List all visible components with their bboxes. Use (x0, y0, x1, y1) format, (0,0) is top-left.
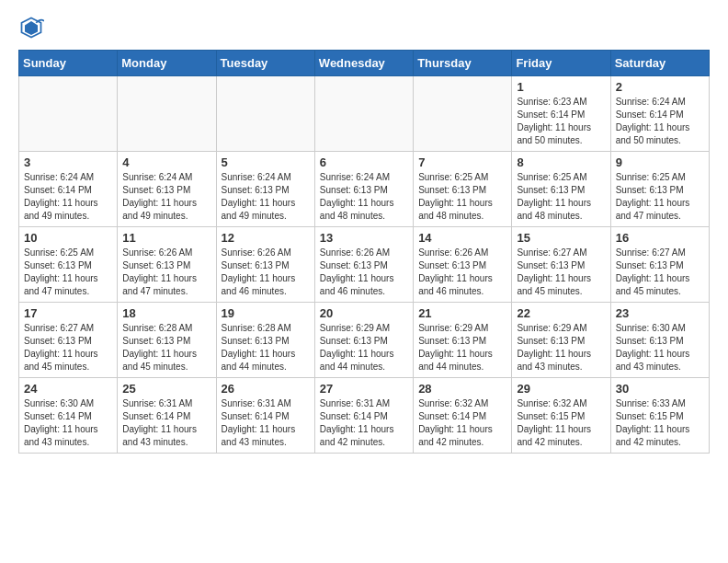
calendar-cell: 7Sunrise: 6:25 AM Sunset: 6:13 PM Daylig… (414, 152, 512, 227)
calendar-cell (414, 76, 512, 152)
day-info: Sunrise: 6:30 AM Sunset: 6:14 PM Dayligh… (24, 397, 112, 449)
day-info: Sunrise: 6:25 AM Sunset: 6:13 PM Dayligh… (517, 171, 605, 223)
day-number: 16 (616, 231, 704, 245)
day-number: 14 (418, 231, 506, 245)
calendar-cell: 29Sunrise: 6:32 AM Sunset: 6:15 PM Dayli… (512, 378, 610, 454)
day-number: 24 (24, 382, 112, 396)
day-info: Sunrise: 6:33 AM Sunset: 6:15 PM Dayligh… (616, 397, 704, 449)
svg-marker-1 (25, 21, 38, 35)
weekday-header: Monday (118, 51, 216, 76)
page: SundayMondayTuesdayWednesdayThursdayFrid… (0, 0, 728, 472)
day-info: Sunrise: 6:28 AM Sunset: 6:13 PM Dayligh… (222, 322, 310, 373)
day-info: Sunrise: 6:31 AM Sunset: 6:14 PM Dayligh… (320, 397, 408, 449)
weekday-header: Saturday (610, 51, 709, 76)
weekday-header: Friday (512, 51, 610, 76)
day-number: 25 (122, 382, 210, 396)
day-info: Sunrise: 6:24 AM Sunset: 6:13 PM Dayligh… (122, 171, 210, 223)
calendar-cell: 17Sunrise: 6:27 AM Sunset: 6:13 PM Dayli… (19, 303, 118, 378)
calendar-cell (118, 76, 216, 152)
day-number: 17 (24, 306, 112, 320)
calendar-cell (19, 76, 118, 152)
day-info: Sunrise: 6:28 AM Sunset: 6:13 PM Dayligh… (122, 322, 210, 373)
day-number: 9 (616, 155, 704, 169)
day-info: Sunrise: 6:30 AM Sunset: 6:13 PM Dayligh… (616, 322, 704, 373)
day-number: 23 (616, 306, 704, 320)
day-info: Sunrise: 6:26 AM Sunset: 6:13 PM Dayligh… (222, 247, 310, 298)
day-info: Sunrise: 6:29 AM Sunset: 6:13 PM Dayligh… (418, 322, 506, 373)
day-number: 11 (122, 231, 210, 245)
calendar-cell: 30Sunrise: 6:33 AM Sunset: 6:15 PM Dayli… (610, 378, 709, 454)
weekday-header: Thursday (414, 51, 512, 76)
calendar-cell: 18Sunrise: 6:28 AM Sunset: 6:13 PM Dayli… (118, 303, 216, 378)
calendar-cell: 27Sunrise: 6:31 AM Sunset: 6:14 PM Dayli… (314, 378, 413, 454)
logo-icon (18, 15, 44, 40)
weekday-header: Wednesday (314, 51, 413, 76)
calendar-cell: 9Sunrise: 6:25 AM Sunset: 6:13 PM Daylig… (610, 152, 709, 227)
day-number: 1 (517, 80, 605, 94)
calendar-cell: 2Sunrise: 6:24 AM Sunset: 6:14 PM Daylig… (610, 76, 709, 152)
calendar-cell: 11Sunrise: 6:26 AM Sunset: 6:13 PM Dayli… (118, 227, 216, 303)
calendar-cell: 8Sunrise: 6:25 AM Sunset: 6:13 PM Daylig… (512, 152, 610, 227)
calendar-cell: 6Sunrise: 6:24 AM Sunset: 6:13 PM Daylig… (314, 152, 413, 227)
day-number: 13 (320, 231, 408, 245)
weekday-header: Sunday (19, 51, 118, 76)
day-number: 19 (222, 306, 310, 320)
calendar-week-row: 1Sunrise: 6:23 AM Sunset: 6:14 PM Daylig… (19, 76, 710, 152)
calendar-week-row: 24Sunrise: 6:30 AM Sunset: 6:14 PM Dayli… (19, 378, 710, 454)
calendar-cell: 16Sunrise: 6:27 AM Sunset: 6:13 PM Dayli… (610, 227, 709, 303)
day-info: Sunrise: 6:23 AM Sunset: 6:14 PM Dayligh… (517, 96, 605, 147)
day-number: 10 (24, 231, 112, 245)
day-number: 29 (517, 382, 605, 396)
day-number: 15 (517, 231, 605, 245)
day-info: Sunrise: 6:29 AM Sunset: 6:13 PM Dayligh… (320, 322, 408, 373)
day-info: Sunrise: 6:32 AM Sunset: 6:15 PM Dayligh… (517, 397, 605, 449)
day-info: Sunrise: 6:32 AM Sunset: 6:14 PM Dayligh… (418, 397, 506, 449)
day-info: Sunrise: 6:25 AM Sunset: 6:13 PM Dayligh… (616, 171, 704, 223)
day-number: 30 (616, 382, 704, 396)
day-number: 20 (320, 306, 408, 320)
calendar-cell: 5Sunrise: 6:24 AM Sunset: 6:13 PM Daylig… (216, 152, 314, 227)
calendar-cell: 13Sunrise: 6:26 AM Sunset: 6:13 PM Dayli… (314, 227, 413, 303)
calendar-week-row: 10Sunrise: 6:25 AM Sunset: 6:13 PM Dayli… (19, 227, 710, 303)
day-number: 3 (24, 155, 112, 169)
calendar-cell: 12Sunrise: 6:26 AM Sunset: 6:13 PM Dayli… (216, 227, 314, 303)
calendar-cell: 14Sunrise: 6:26 AM Sunset: 6:13 PM Dayli… (414, 227, 512, 303)
calendar-cell: 20Sunrise: 6:29 AM Sunset: 6:13 PM Dayli… (314, 303, 413, 378)
calendar-cell: 10Sunrise: 6:25 AM Sunset: 6:13 PM Dayli… (19, 227, 118, 303)
calendar: SundayMondayTuesdayWednesdayThursdayFrid… (18, 50, 710, 454)
day-number: 8 (517, 155, 605, 169)
calendar-cell (314, 76, 413, 152)
calendar-cell: 24Sunrise: 6:30 AM Sunset: 6:14 PM Dayli… (19, 378, 118, 454)
calendar-cell: 4Sunrise: 6:24 AM Sunset: 6:13 PM Daylig… (118, 152, 216, 227)
day-info: Sunrise: 6:27 AM Sunset: 6:13 PM Dayligh… (616, 247, 704, 298)
day-info: Sunrise: 6:27 AM Sunset: 6:13 PM Dayligh… (24, 322, 112, 373)
day-number: 5 (222, 155, 310, 169)
calendar-header-row: SundayMondayTuesdayWednesdayThursdayFrid… (19, 51, 710, 76)
logo (18, 15, 48, 40)
calendar-cell: 1Sunrise: 6:23 AM Sunset: 6:14 PM Daylig… (512, 76, 610, 152)
day-number: 12 (222, 231, 310, 245)
day-info: Sunrise: 6:26 AM Sunset: 6:13 PM Dayligh… (418, 247, 506, 298)
day-info: Sunrise: 6:26 AM Sunset: 6:13 PM Dayligh… (320, 247, 408, 298)
calendar-cell: 28Sunrise: 6:32 AM Sunset: 6:14 PM Dayli… (414, 378, 512, 454)
calendar-cell: 22Sunrise: 6:29 AM Sunset: 6:13 PM Dayli… (512, 303, 610, 378)
calendar-week-row: 17Sunrise: 6:27 AM Sunset: 6:13 PM Dayli… (19, 303, 710, 378)
day-info: Sunrise: 6:24 AM Sunset: 6:13 PM Dayligh… (320, 171, 408, 223)
day-number: 27 (320, 382, 408, 396)
calendar-week-row: 3Sunrise: 6:24 AM Sunset: 6:14 PM Daylig… (19, 152, 710, 227)
day-info: Sunrise: 6:24 AM Sunset: 6:14 PM Dayligh… (616, 96, 704, 147)
header (18, 15, 710, 40)
day-info: Sunrise: 6:29 AM Sunset: 6:13 PM Dayligh… (517, 322, 605, 373)
weekday-header: Tuesday (216, 51, 314, 76)
day-number: 7 (418, 155, 506, 169)
day-info: Sunrise: 6:26 AM Sunset: 6:13 PM Dayligh… (122, 247, 210, 298)
calendar-cell: 25Sunrise: 6:31 AM Sunset: 6:14 PM Dayli… (118, 378, 216, 454)
calendar-cell: 19Sunrise: 6:28 AM Sunset: 6:13 PM Dayli… (216, 303, 314, 378)
calendar-cell: 15Sunrise: 6:27 AM Sunset: 6:13 PM Dayli… (512, 227, 610, 303)
day-number: 6 (320, 155, 408, 169)
day-number: 26 (222, 382, 310, 396)
calendar-cell: 23Sunrise: 6:30 AM Sunset: 6:13 PM Dayli… (610, 303, 709, 378)
day-info: Sunrise: 6:25 AM Sunset: 6:13 PM Dayligh… (24, 247, 112, 298)
day-info: Sunrise: 6:31 AM Sunset: 6:14 PM Dayligh… (222, 397, 310, 449)
day-number: 22 (517, 306, 605, 320)
